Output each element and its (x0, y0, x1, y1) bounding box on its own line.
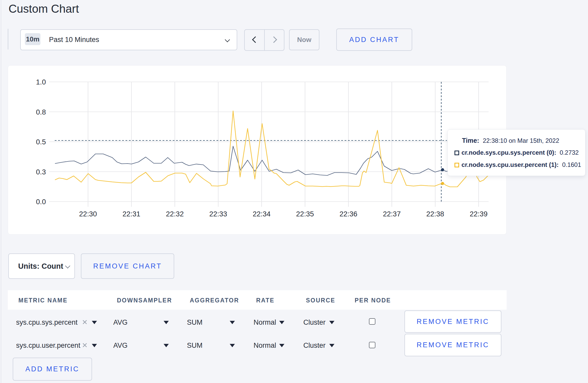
svg-text:1.0: 1.0 (36, 78, 46, 86)
svg-text:22:33: 22:33 (209, 210, 227, 218)
svg-text:22:30: 22:30 (79, 210, 97, 218)
svg-text:22:31: 22:31 (122, 210, 140, 218)
svg-text:0.8: 0.8 (36, 108, 46, 116)
svg-text:22:38: 22:38 (426, 210, 444, 218)
svg-text:0.5: 0.5 (36, 138, 46, 146)
svg-text:22:37: 22:37 (383, 210, 401, 218)
svg-text:22:34: 22:34 (253, 210, 271, 218)
svg-text:22:36: 22:36 (339, 210, 357, 218)
svg-text:22:32: 22:32 (166, 210, 184, 218)
svg-text:0.3: 0.3 (36, 168, 46, 176)
svg-text:22:39: 22:39 (470, 210, 488, 218)
svg-text:0.0: 0.0 (36, 198, 46, 206)
svg-text:22:35: 22:35 (296, 210, 314, 218)
